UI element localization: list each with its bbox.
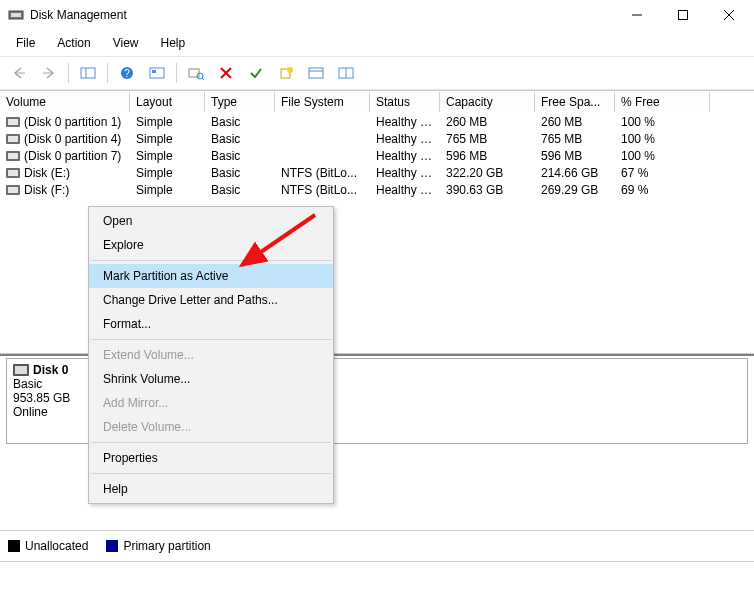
ctx-extend-volume: Extend Volume...	[89, 343, 333, 367]
cell: Basic	[205, 149, 275, 163]
ctx-separator	[91, 473, 331, 474]
new-partition-icon[interactable]	[273, 61, 299, 85]
cell: 260 MB	[440, 115, 535, 129]
swatch-black	[8, 540, 20, 552]
maximize-button[interactable]	[660, 0, 706, 30]
check-icon[interactable]	[243, 61, 269, 85]
volume-row[interactable]: (Disk 0 partition 1)SimpleBasicHealthy (…	[0, 113, 754, 130]
menu-action[interactable]: Action	[47, 32, 100, 54]
cell: 67 %	[615, 166, 710, 180]
volume-list-header: Volume Layout Type File System Status Ca…	[0, 90, 754, 113]
cell: 596 MB	[440, 149, 535, 163]
ctx-mark-active[interactable]: Mark Partition as Active	[89, 264, 333, 288]
window-title: Disk Management	[30, 8, 614, 22]
col-capacity[interactable]: Capacity	[440, 92, 535, 112]
action-center-icon[interactable]	[333, 61, 359, 85]
col-free[interactable]: Free Spa...	[535, 92, 615, 112]
volume-row[interactable]: (Disk 0 partition 4)SimpleBasicHealthy (…	[0, 130, 754, 147]
cell: NTFS (BitLo...	[275, 183, 370, 197]
ctx-open[interactable]: Open	[89, 209, 333, 233]
cell: Basic	[205, 166, 275, 180]
forward-button	[36, 61, 62, 85]
cell: 100 %	[615, 149, 710, 163]
refresh-icon[interactable]	[183, 61, 209, 85]
menu-help[interactable]: Help	[151, 32, 196, 54]
volume-row[interactable]: Disk (E:)SimpleBasicNTFS (BitLo...Health…	[0, 164, 754, 181]
cell: 390.63 GB	[440, 183, 535, 197]
settings-icon[interactable]	[144, 61, 170, 85]
disk-icon	[13, 364, 29, 376]
col-layout[interactable]: Layout	[130, 92, 205, 112]
menu-file[interactable]: File	[6, 32, 45, 54]
ctx-add-mirror: Add Mirror...	[89, 391, 333, 415]
cell: Simple	[130, 149, 205, 163]
cell: Healthy (E...	[370, 115, 440, 129]
cell: (Disk 0 partition 1)	[0, 115, 130, 129]
cell: 100 %	[615, 132, 710, 146]
cell: Healthy (B...	[370, 166, 440, 180]
statusbar	[0, 561, 754, 584]
ctx-explore[interactable]: Explore	[89, 233, 333, 257]
svg-rect-8	[81, 68, 95, 78]
toolbar-separator	[68, 63, 69, 83]
cell: Simple	[130, 115, 205, 129]
titlebar: Disk Management	[0, 0, 754, 30]
cell: Basic	[205, 132, 275, 146]
cell: 214.66 GB	[535, 166, 615, 180]
disk-status: Online	[13, 405, 90, 419]
ctx-separator	[91, 260, 331, 261]
context-menu: Open Explore Mark Partition as Active Ch…	[88, 206, 334, 504]
volume-icon	[6, 151, 20, 161]
col-filesystem[interactable]: File System	[275, 92, 370, 112]
ctx-delete-volume: Delete Volume...	[89, 415, 333, 439]
close-button[interactable]	[706, 0, 752, 30]
ctx-shrink-volume[interactable]: Shrink Volume...	[89, 367, 333, 391]
cell: 322.20 GB	[440, 166, 535, 180]
disk-label[interactable]: Disk 0 Basic 953.85 GB Online	[7, 359, 97, 443]
show-hide-tree-icon[interactable]	[75, 61, 101, 85]
svg-line-16	[202, 78, 204, 80]
ctx-properties[interactable]: Properties	[89, 446, 333, 470]
legend-primary: Primary partition	[106, 539, 210, 553]
help-icon[interactable]: ?	[114, 61, 140, 85]
volume-icon	[6, 185, 20, 195]
volume-icon	[6, 117, 20, 127]
svg-rect-13	[152, 70, 156, 73]
cell: Healthy (R...	[370, 149, 440, 163]
ctx-separator	[91, 442, 331, 443]
volume-row[interactable]: Disk (F:)SimpleBasicNTFS (BitLo...Health…	[0, 181, 754, 198]
properties-icon[interactable]	[303, 61, 329, 85]
svg-rect-3	[679, 11, 688, 20]
cell: (Disk 0 partition 4)	[0, 132, 130, 146]
disk-name: Disk 0	[33, 363, 68, 377]
col-type[interactable]: Type	[205, 92, 275, 112]
volume-icon	[6, 134, 20, 144]
app-icon	[8, 7, 24, 23]
cell: 765 MB	[440, 132, 535, 146]
toolbar: ?	[0, 57, 754, 90]
cell: Simple	[130, 166, 205, 180]
ctx-format[interactable]: Format...	[89, 312, 333, 336]
disk-type: Basic	[13, 377, 90, 391]
ctx-change-letter[interactable]: Change Drive Letter and Paths...	[89, 288, 333, 312]
cell: NTFS (BitLo...	[275, 166, 370, 180]
svg-rect-21	[309, 68, 323, 78]
swatch-blue	[106, 540, 118, 552]
cell: Healthy (R...	[370, 132, 440, 146]
minimize-button[interactable]	[614, 0, 660, 30]
delete-icon[interactable]	[213, 61, 239, 85]
ctx-help[interactable]: Help	[89, 477, 333, 501]
volume-row[interactable]: (Disk 0 partition 7)SimpleBasicHealthy (…	[0, 147, 754, 164]
cell: (Disk 0 partition 7)	[0, 149, 130, 163]
col-pctfree[interactable]: % Free	[615, 92, 710, 112]
cell: 100 %	[615, 115, 710, 129]
svg-text:?: ?	[124, 68, 130, 79]
col-status[interactable]: Status	[370, 92, 440, 112]
legend: Unallocated Primary partition	[0, 530, 754, 561]
toolbar-separator	[176, 63, 177, 83]
col-volume[interactable]: Volume	[0, 92, 130, 112]
cell: 69 %	[615, 183, 710, 197]
cell: 596 MB	[535, 149, 615, 163]
menu-view[interactable]: View	[103, 32, 149, 54]
ctx-separator	[91, 339, 331, 340]
